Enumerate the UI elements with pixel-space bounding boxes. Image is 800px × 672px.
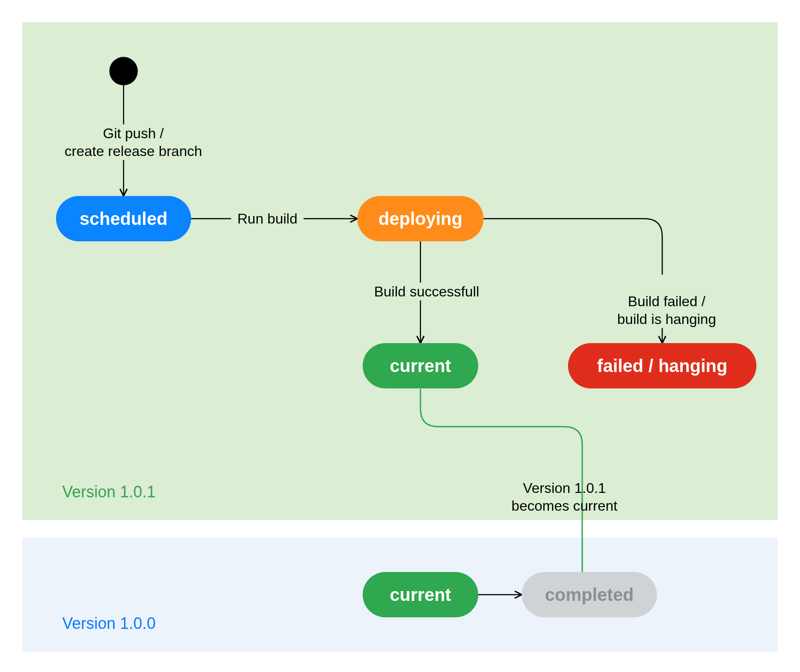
state-label: current [390, 356, 451, 376]
start-node [109, 57, 138, 85]
state-label: failed / hanging [597, 356, 727, 376]
edge-label-git-push: Git push / create release branch [53, 124, 213, 160]
state-label: scheduled [80, 209, 168, 229]
state-current-v101: current [363, 343, 478, 388]
state-completed: completed [522, 572, 657, 617]
swimlane-label-v101: Version 1.0.1 [62, 483, 156, 501]
state-label: completed [545, 585, 634, 605]
swimlane-label-v100: Version 1.0.0 [62, 614, 156, 633]
state-label: deploying [379, 209, 463, 229]
state-deploying: deploying [357, 196, 484, 241]
state-failed: failed / hanging [568, 343, 756, 388]
state-label: current [390, 585, 451, 605]
edge-label-build-success: Build successfull [356, 283, 498, 300]
edge-label-build-failed: Build failed / build is hanging [591, 275, 742, 328]
edge-label-run-build: Run build [231, 210, 304, 228]
diagram-canvas: Version 1.0.1 Version 1.0.0 [0, 0, 800, 672]
state-scheduled: scheduled [56, 196, 191, 241]
edge-label-becomes-current: Version 1.0.1 becomes current [493, 461, 636, 515]
state-current-v100: current [363, 572, 478, 617]
swimlane-v101: Version 1.0.1 [22, 22, 778, 520]
